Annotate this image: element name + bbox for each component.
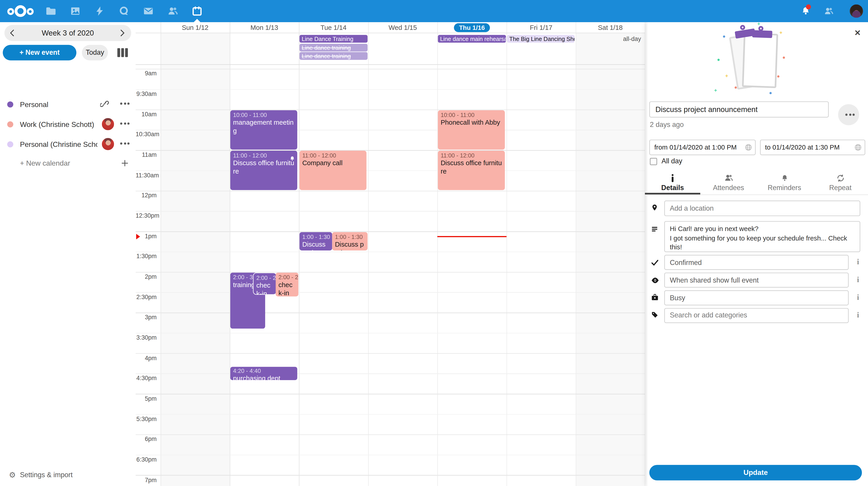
description-input[interactable]: Hi Carl! are you in next week? I got som… <box>664 221 860 252</box>
previous-week-button[interactable] <box>4 25 21 41</box>
current-time-line <box>437 236 506 237</box>
tab-repeat[interactable]: Repeat <box>813 173 868 195</box>
tab-details[interactable]: Details <box>645 173 700 195</box>
time-label: 6:30pm <box>135 456 157 463</box>
gear-icon: ⚙ <box>9 470 16 480</box>
calendar-name: Work (Christine Schott) <box>20 120 94 128</box>
status-select[interactable]: Confirmed <box>664 255 849 270</box>
day-header[interactable]: Sun 1/12 <box>160 22 230 33</box>
status-info-icon[interactable]: i <box>854 258 862 266</box>
week-view-toggle-icon[interactable] <box>117 48 127 57</box>
nextcloud-logo-icon[interactable] <box>6 4 35 20</box>
tab-label: Repeat <box>813 184 868 192</box>
start-datetime-input[interactable] <box>649 140 756 155</box>
calendar-menu-icon[interactable] <box>120 142 129 145</box>
event-time: 10:00 - 11:00 <box>440 111 502 118</box>
timezone-globe-icon[interactable] <box>854 143 862 153</box>
day-header[interactable]: Sat 1/18 <box>576 22 645 33</box>
event-purchasing-dept[interactable]: 4:20 - 4:40 purchasing dept <box>230 367 297 380</box>
calendar-list-item-work[interactable]: Work (Christine Schott) <box>0 116 135 132</box>
all-day-row[interactable]: all-day Line Dance Training Line dance t… <box>135 34 645 65</box>
mail-icon[interactable] <box>143 5 154 17</box>
categories-info-icon[interactable]: i <box>854 311 862 320</box>
tab-reminders[interactable]: Reminders <box>757 173 812 195</box>
confetti-dot <box>735 86 737 89</box>
event-management-meeting[interactable]: 10:00 - 11:00 management meeting <box>230 110 297 149</box>
next-week-button[interactable] <box>115 25 131 41</box>
time-grid[interactable]: 9am 9:30am 10am 10:30am 11am 11:30am 12p… <box>135 65 645 486</box>
event-title: Discuss project <box>335 240 365 250</box>
categories-input[interactable] <box>664 308 849 323</box>
event-title-input[interactable] <box>649 102 829 117</box>
tab-attendees[interactable]: Attendees <box>701 173 756 195</box>
attendees-icon <box>701 174 756 182</box>
event-discuss-office-furniture-thu[interactable]: 11:00 - 12:00 Discuss office furniture <box>438 151 505 190</box>
calendar-menu-icon[interactable] <box>120 103 129 105</box>
time-label: 9am <box>135 70 157 77</box>
talk-icon[interactable] <box>119 5 129 17</box>
event-company-call[interactable]: 11:00 - 12:00 Company call <box>300 151 366 190</box>
calendar-list-item-personal-shared[interactable]: Personal (Christine Scho…) <box>0 136 135 152</box>
visibility-info-icon[interactable]: i <box>854 275 862 284</box>
contacts-icon[interactable] <box>167 5 178 17</box>
event-discuss-project-announcement[interactable]: 1:00 - 1:30 Discuss project announcement <box>300 232 332 250</box>
top-bar <box>0 0 868 22</box>
bell-icon <box>757 174 812 182</box>
day-header-row: Sun 1/12 Mon 1/13 Tue 1/14 Wed 1/15 Thu … <box>135 22 645 33</box>
new-calendar-button[interactable]: + New calendar <box>0 156 135 171</box>
contacts-menu-icon[interactable] <box>824 6 834 18</box>
calendar-list-item-personal[interactable]: Personal <box>0 96 135 112</box>
location-input[interactable] <box>664 201 860 216</box>
new-event-button[interactable]: + New event <box>3 45 76 60</box>
notifications-bell-icon[interactable] <box>801 6 811 18</box>
all-day-event-declined[interactable]: Line dance training <box>300 44 368 51</box>
day-header[interactable]: Fri 1/17 <box>506 22 576 33</box>
settings-and-import[interactable]: ⚙ Settings & import <box>0 469 135 482</box>
event-check-in[interactable]: 2:00 - 2:30 check-in <box>253 273 277 294</box>
today-button[interactable]: Today <box>82 45 108 60</box>
confetti-dot <box>723 35 725 38</box>
calendar-icon[interactable] <box>191 5 203 17</box>
all-day-event[interactable]: The Big Line Dancing Show <box>507 35 575 42</box>
activity-icon[interactable] <box>94 5 105 17</box>
end-datetime-input[interactable] <box>760 140 865 155</box>
availability-info-icon[interactable]: i <box>854 293 862 302</box>
event-check-in[interactable]: 2:00 - 2:30 check-in <box>276 273 298 296</box>
all-day-event[interactable]: Line dance main rehearsal <box>438 35 506 42</box>
photos-icon[interactable] <box>70 5 81 17</box>
day-header[interactable]: Tue 1/14 <box>299 22 368 33</box>
event-time: 11:00 - 12:00 <box>233 152 294 159</box>
time-label: 11:30am <box>135 172 157 178</box>
share-link-icon[interactable] <box>100 99 109 110</box>
time-label: 12:30pm <box>135 212 157 219</box>
event-discuss-project[interactable]: 1:00 - 1:30 Discuss project <box>332 232 368 250</box>
close-icon[interactable]: ✕ <box>854 28 861 37</box>
files-icon[interactable] <box>45 5 57 17</box>
week-label: Week 3 of 2020 <box>21 25 115 41</box>
description-lines-icon <box>651 225 658 235</box>
shared-by-avatar <box>102 138 114 150</box>
day-header[interactable]: Mon 1/13 <box>230 22 299 33</box>
more-actions-button[interactable] <box>838 104 859 125</box>
tab-label: Details <box>645 184 700 192</box>
event-phonecall-with-abby[interactable]: 10:00 - 11:00 Phonecall with Abby <box>438 110 505 149</box>
calendar-menu-icon[interactable] <box>120 122 129 125</box>
time-label: 6pm <box>135 436 157 442</box>
event-time: 10:00 - 11:00 <box>233 111 294 118</box>
all-day-event[interactable]: Line Dance Training <box>300 35 368 42</box>
last-modified-label: 2 days ago <box>650 121 684 128</box>
availability-select[interactable]: Busy <box>664 290 849 305</box>
day-header-today[interactable]: Thu 1/16 <box>437 22 506 33</box>
all-day-event-declined[interactable]: Line dance training <box>300 52 368 60</box>
illustration-sheet <box>742 33 778 88</box>
event-discuss-office-furniture[interactable]: 11:00 - 12:00 Discuss office furniture <box>230 151 297 190</box>
calendar-color-dot <box>7 121 13 127</box>
event-illustration: + + + + <box>722 26 794 93</box>
visibility-select[interactable]: When shared show full event <box>664 273 849 288</box>
update-button[interactable]: Update <box>649 465 862 481</box>
all-day-checkbox[interactable] <box>650 158 657 165</box>
calendar-week-view: Sun 1/12 Mon 1/13 Tue 1/14 Wed 1/15 Thu … <box>135 22 647 486</box>
user-avatar[interactable] <box>850 4 863 18</box>
day-header[interactable]: Wed 1/15 <box>368 22 437 33</box>
timezone-globe-icon[interactable] <box>745 143 752 153</box>
